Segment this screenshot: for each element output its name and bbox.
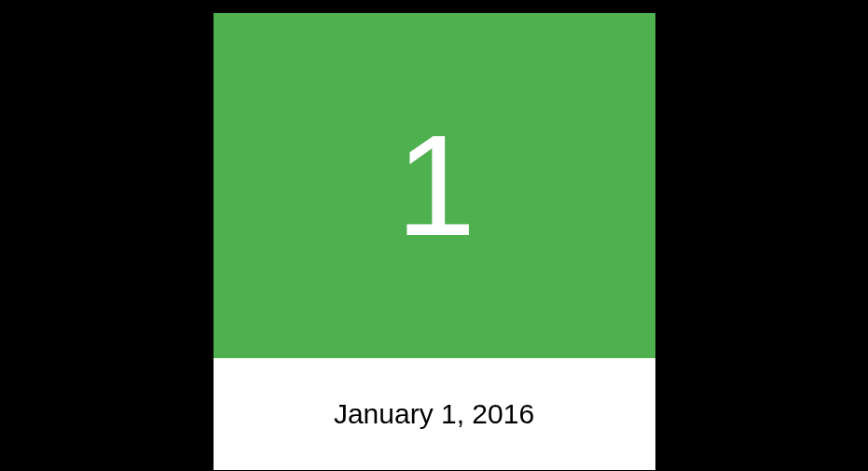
date-label: January 1, 2016 [334, 398, 534, 430]
card-footer: January 1, 2016 [214, 358, 655, 470]
day-number: 1 [396, 114, 473, 257]
card-header: 1 [214, 13, 655, 358]
calendar-card: 1 January 1, 2016 [214, 13, 655, 470]
